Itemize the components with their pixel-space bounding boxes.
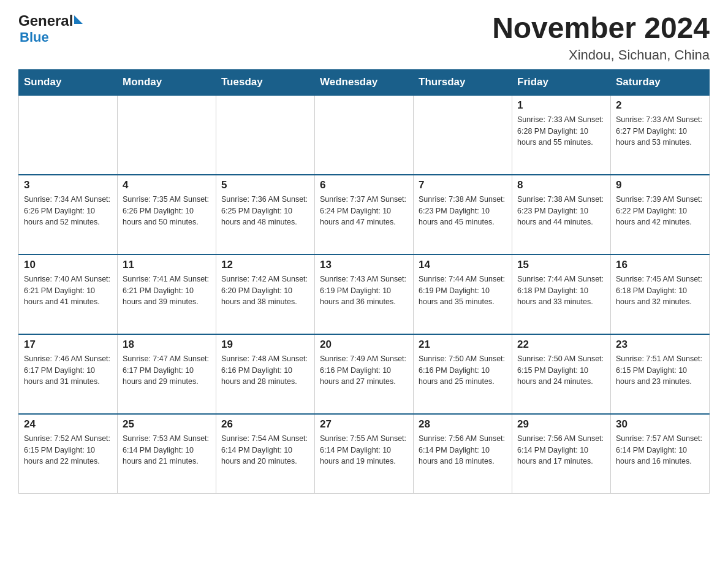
calendar-cell xyxy=(414,95,512,175)
day-info: Sunrise: 7:47 AM Sunset: 6:17 PM Dayligh… xyxy=(123,353,211,388)
calendar-cell: 13Sunrise: 7:43 AM Sunset: 6:19 PM Dayli… xyxy=(315,255,414,334)
day-info: Sunrise: 7:39 AM Sunset: 6:22 PM Dayligh… xyxy=(616,194,704,228)
day-number: 1 xyxy=(517,99,605,112)
day-info: Sunrise: 7:34 AM Sunset: 6:26 PM Dayligh… xyxy=(24,194,112,228)
page-header: General Blue November 2024 Xindou, Sichu… xyxy=(18,12,710,63)
calendar-cell: 30Sunrise: 7:57 AM Sunset: 6:14 PM Dayli… xyxy=(611,414,710,494)
calendar-cell: 24Sunrise: 7:52 AM Sunset: 6:15 PM Dayli… xyxy=(19,414,118,494)
day-number: 8 xyxy=(517,179,605,191)
calendar-cell: 15Sunrise: 7:44 AM Sunset: 6:18 PM Dayli… xyxy=(512,255,611,334)
calendar-cell: 7Sunrise: 7:38 AM Sunset: 6:23 PM Daylig… xyxy=(414,175,512,255)
day-number: 7 xyxy=(419,179,507,191)
day-info: Sunrise: 7:40 AM Sunset: 6:21 PM Dayligh… xyxy=(24,274,112,308)
day-number: 13 xyxy=(320,259,408,271)
day-info: Sunrise: 7:54 AM Sunset: 6:14 PM Dayligh… xyxy=(221,433,309,467)
calendar-title: November 2024 xyxy=(492,12,710,45)
weekday-header-row: SundayMondayTuesdayWednesdayThursdayFrid… xyxy=(19,69,710,95)
calendar-cell: 21Sunrise: 7:50 AM Sunset: 6:16 PM Dayli… xyxy=(414,334,512,414)
day-info: Sunrise: 7:56 AM Sunset: 6:14 PM Dayligh… xyxy=(517,433,605,467)
day-info: Sunrise: 7:43 AM Sunset: 6:19 PM Dayligh… xyxy=(320,274,408,308)
day-number: 22 xyxy=(517,339,605,351)
day-number: 27 xyxy=(320,418,408,431)
day-info: Sunrise: 7:56 AM Sunset: 6:14 PM Dayligh… xyxy=(419,433,507,467)
weekday-header-sunday: Sunday xyxy=(19,69,118,95)
day-number: 28 xyxy=(419,418,507,431)
day-info: Sunrise: 7:41 AM Sunset: 6:21 PM Dayligh… xyxy=(123,274,211,308)
week-row-2: 3Sunrise: 7:34 AM Sunset: 6:26 PM Daylig… xyxy=(19,175,710,255)
calendar-cell: 4Sunrise: 7:35 AM Sunset: 6:26 PM Daylig… xyxy=(118,175,216,255)
calendar-cell: 20Sunrise: 7:49 AM Sunset: 6:16 PM Dayli… xyxy=(315,334,414,414)
logo-general-text: General xyxy=(18,12,73,29)
calendar-cell: 5Sunrise: 7:36 AM Sunset: 6:25 PM Daylig… xyxy=(216,175,315,255)
calendar-cell xyxy=(315,95,414,175)
calendar-cell: 14Sunrise: 7:44 AM Sunset: 6:19 PM Dayli… xyxy=(414,255,512,334)
calendar-subtitle: Xindou, Sichuan, China xyxy=(492,47,710,63)
day-number: 3 xyxy=(24,179,112,191)
calendar-cell: 18Sunrise: 7:47 AM Sunset: 6:17 PM Dayli… xyxy=(118,334,216,414)
calendar-cell xyxy=(118,95,216,175)
calendar-cell: 26Sunrise: 7:54 AM Sunset: 6:14 PM Dayli… xyxy=(216,414,315,494)
calendar-cell: 9Sunrise: 7:39 AM Sunset: 6:22 PM Daylig… xyxy=(611,175,710,255)
logo: General Blue xyxy=(18,12,83,45)
week-row-5: 24Sunrise: 7:52 AM Sunset: 6:15 PM Dayli… xyxy=(19,414,710,494)
day-info: Sunrise: 7:44 AM Sunset: 6:19 PM Dayligh… xyxy=(419,274,507,308)
calendar-cell: 1Sunrise: 7:33 AM Sunset: 6:28 PM Daylig… xyxy=(512,95,611,175)
calendar-cell: 23Sunrise: 7:51 AM Sunset: 6:15 PM Dayli… xyxy=(611,334,710,414)
day-info: Sunrise: 7:36 AM Sunset: 6:25 PM Dayligh… xyxy=(221,194,309,228)
day-number: 24 xyxy=(24,418,112,431)
calendar-cell xyxy=(19,95,118,175)
day-info: Sunrise: 7:50 AM Sunset: 6:16 PM Dayligh… xyxy=(419,353,507,388)
day-info: Sunrise: 7:35 AM Sunset: 6:26 PM Dayligh… xyxy=(123,194,211,228)
logo-blue-text: Blue xyxy=(20,29,83,45)
weekday-header-wednesday: Wednesday xyxy=(315,69,414,95)
week-row-3: 10Sunrise: 7:40 AM Sunset: 6:21 PM Dayli… xyxy=(19,255,710,334)
title-section: November 2024 Xindou, Sichuan, China xyxy=(492,12,710,63)
day-number: 14 xyxy=(419,259,507,271)
calendar-cell: 10Sunrise: 7:40 AM Sunset: 6:21 PM Dayli… xyxy=(19,255,118,334)
day-number: 5 xyxy=(221,179,309,191)
day-info: Sunrise: 7:33 AM Sunset: 6:27 PM Dayligh… xyxy=(616,114,704,148)
day-number: 10 xyxy=(24,259,112,271)
week-row-1: 1Sunrise: 7:33 AM Sunset: 6:28 PM Daylig… xyxy=(19,95,710,175)
calendar-cell: 28Sunrise: 7:56 AM Sunset: 6:14 PM Dayli… xyxy=(414,414,512,494)
calendar-cell: 2Sunrise: 7:33 AM Sunset: 6:27 PM Daylig… xyxy=(611,95,710,175)
day-info: Sunrise: 7:33 AM Sunset: 6:28 PM Dayligh… xyxy=(517,114,605,148)
day-info: Sunrise: 7:57 AM Sunset: 6:14 PM Dayligh… xyxy=(616,433,704,467)
day-number: 11 xyxy=(123,259,211,271)
calendar-cell: 29Sunrise: 7:56 AM Sunset: 6:14 PM Dayli… xyxy=(512,414,611,494)
day-number: 30 xyxy=(616,418,704,431)
weekday-header-friday: Friday xyxy=(512,69,611,95)
calendar-table: SundayMondayTuesdayWednesdayThursdayFrid… xyxy=(18,69,710,494)
day-number: 25 xyxy=(123,418,211,431)
day-number: 18 xyxy=(123,339,211,351)
day-info: Sunrise: 7:49 AM Sunset: 6:16 PM Dayligh… xyxy=(320,353,408,388)
weekday-header-monday: Monday xyxy=(118,69,216,95)
week-row-4: 17Sunrise: 7:46 AM Sunset: 6:17 PM Dayli… xyxy=(19,334,710,414)
day-info: Sunrise: 7:51 AM Sunset: 6:15 PM Dayligh… xyxy=(616,353,704,388)
day-info: Sunrise: 7:53 AM Sunset: 6:14 PM Dayligh… xyxy=(123,433,211,467)
day-number: 19 xyxy=(221,339,309,351)
day-number: 6 xyxy=(320,179,408,191)
weekday-header-saturday: Saturday xyxy=(611,69,710,95)
day-info: Sunrise: 7:38 AM Sunset: 6:23 PM Dayligh… xyxy=(517,194,605,228)
calendar-cell: 12Sunrise: 7:42 AM Sunset: 6:20 PM Dayli… xyxy=(216,255,315,334)
day-info: Sunrise: 7:50 AM Sunset: 6:15 PM Dayligh… xyxy=(517,353,605,388)
day-number: 26 xyxy=(221,418,309,431)
calendar-cell: 3Sunrise: 7:34 AM Sunset: 6:26 PM Daylig… xyxy=(19,175,118,255)
day-info: Sunrise: 7:38 AM Sunset: 6:23 PM Dayligh… xyxy=(419,194,507,228)
day-number: 29 xyxy=(517,418,605,431)
weekday-header-thursday: Thursday xyxy=(414,69,512,95)
day-number: 23 xyxy=(616,339,704,351)
calendar-cell xyxy=(216,95,315,175)
calendar-cell: 19Sunrise: 7:48 AM Sunset: 6:16 PM Dayli… xyxy=(216,334,315,414)
calendar-cell: 27Sunrise: 7:55 AM Sunset: 6:14 PM Dayli… xyxy=(315,414,414,494)
day-info: Sunrise: 7:46 AM Sunset: 6:17 PM Dayligh… xyxy=(24,353,112,388)
day-number: 4 xyxy=(123,179,211,191)
day-number: 16 xyxy=(616,259,704,271)
weekday-header-tuesday: Tuesday xyxy=(216,69,315,95)
calendar-cell: 16Sunrise: 7:45 AM Sunset: 6:18 PM Dayli… xyxy=(611,255,710,334)
calendar-cell: 8Sunrise: 7:38 AM Sunset: 6:23 PM Daylig… xyxy=(512,175,611,255)
day-info: Sunrise: 7:42 AM Sunset: 6:20 PM Dayligh… xyxy=(221,274,309,308)
day-info: Sunrise: 7:44 AM Sunset: 6:18 PM Dayligh… xyxy=(517,274,605,308)
logo-triangle-icon xyxy=(74,15,83,24)
